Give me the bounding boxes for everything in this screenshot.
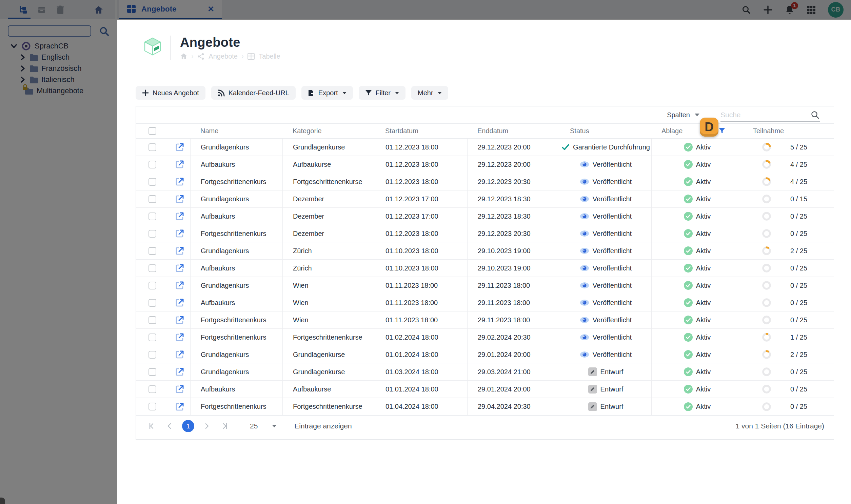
action-button-mehr[interactable]: Mehr bbox=[411, 86, 448, 100]
next-page-icon[interactable] bbox=[201, 420, 213, 432]
active-check-icon bbox=[686, 214, 691, 219]
open-record-icon[interactable] bbox=[175, 298, 184, 307]
row-checkbox[interactable] bbox=[148, 161, 156, 168]
active-badge bbox=[684, 402, 693, 411]
open-record-icon[interactable] bbox=[175, 350, 184, 359]
row-checkbox[interactable] bbox=[148, 351, 156, 359]
current-page-button[interactable]: 1 bbox=[182, 420, 194, 432]
participation-donut-icon bbox=[762, 194, 771, 204]
table-search-input[interactable] bbox=[721, 111, 805, 119]
chevron-right-icon[interactable] bbox=[20, 54, 26, 61]
row-checkbox[interactable] bbox=[148, 230, 156, 238]
tree-node-label[interactable]: Multiangebote bbox=[37, 86, 84, 95]
column-header-name[interactable]: Name bbox=[190, 124, 282, 138]
first-page-icon[interactable] bbox=[145, 420, 157, 432]
cell-teilnahme: 0 / 15 bbox=[743, 191, 834, 208]
search-icon[interactable] bbox=[811, 110, 819, 121]
open-record-icon[interactable] bbox=[175, 247, 184, 255]
open-record-icon[interactable] bbox=[175, 316, 184, 324]
open-record-icon[interactable] bbox=[175, 402, 184, 411]
open-record-icon[interactable] bbox=[175, 177, 184, 186]
home-icon[interactable] bbox=[180, 53, 188, 60]
open-record-icon[interactable] bbox=[175, 229, 184, 238]
tree-node-label[interactable]: SprachCB bbox=[35, 42, 69, 51]
action-button-label: Neues Angebot bbox=[153, 89, 199, 97]
sidebar-search-icon[interactable] bbox=[99, 26, 109, 38]
cell-status: Veröffentlicht bbox=[560, 259, 651, 276]
last-page-icon[interactable] bbox=[219, 420, 231, 432]
page-size-select[interactable]: 25 bbox=[250, 422, 277, 430]
avatar[interactable]: CB bbox=[828, 2, 844, 18]
tree-node-label[interactable]: Italienisch bbox=[41, 75, 75, 84]
status-label: Entwurf bbox=[600, 403, 623, 411]
chevron-right-icon[interactable] bbox=[20, 76, 26, 84]
column-header-teilnahme[interactable]: Teilnahme bbox=[743, 124, 834, 138]
add-icon[interactable] bbox=[763, 5, 773, 15]
row-checkbox[interactable] bbox=[148, 385, 156, 393]
chevron-right-icon[interactable] bbox=[20, 65, 26, 72]
action-button-kalender-feed-url[interactable]: Kalender-Feed-URL bbox=[211, 86, 296, 100]
row-checkbox[interactable] bbox=[148, 334, 156, 341]
home-icon[interactable] bbox=[93, 5, 104, 15]
filter-active-icon[interactable] bbox=[719, 127, 725, 134]
tree-node-label[interactable]: Englisch bbox=[41, 53, 70, 62]
participation-donut-icon bbox=[762, 281, 771, 290]
row-checkbox[interactable] bbox=[148, 264, 156, 272]
trash-icon[interactable] bbox=[55, 5, 66, 15]
row-checkbox[interactable] bbox=[148, 299, 156, 307]
tree-node-label[interactable]: Französisch bbox=[41, 64, 82, 73]
published-eye-icon bbox=[580, 195, 589, 203]
breadcrumb-item[interactable]: Angebote bbox=[209, 53, 238, 60]
column-header-enddatum[interactable]: Enddatum bbox=[467, 124, 560, 138]
tab-close-icon[interactable]: ✕ bbox=[208, 4, 214, 14]
select-all-checkbox[interactable] bbox=[148, 127, 156, 135]
chevron-down-icon[interactable] bbox=[10, 42, 18, 50]
global-search-icon[interactable] bbox=[741, 5, 751, 15]
row-checkbox[interactable] bbox=[148, 247, 156, 255]
open-record-icon[interactable] bbox=[175, 333, 184, 342]
tab-angebote[interactable]: Angebote ✕ bbox=[119, 0, 222, 19]
notifications-bell-icon[interactable]: 1 bbox=[784, 5, 795, 15]
tree-node-italienisch[interactable]: Italienisch bbox=[0, 74, 117, 85]
action-button-export[interactable]: Export bbox=[301, 86, 353, 100]
open-record-icon[interactable] bbox=[175, 212, 184, 221]
apps-grid-icon[interactable] bbox=[806, 5, 816, 15]
open-record-icon[interactable] bbox=[175, 143, 184, 151]
open-record-icon[interactable] bbox=[175, 367, 184, 376]
archive-icon[interactable] bbox=[37, 5, 47, 15]
column-header-status[interactable]: Status bbox=[560, 124, 651, 138]
open-record-icon[interactable] bbox=[175, 385, 184, 394]
tree-view-icon[interactable] bbox=[18, 5, 28, 15]
share-nodes-icon bbox=[197, 53, 205, 60]
tree-node-englisch[interactable]: Englisch bbox=[0, 52, 117, 63]
tree-node-multiangebote[interactable]: Multiangebote bbox=[0, 85, 117, 96]
participation-donut-icon bbox=[762, 298, 771, 307]
tree-node-französisch[interactable]: Französisch bbox=[0, 63, 117, 74]
column-header-ablage[interactable]: Ablage bbox=[651, 124, 743, 138]
open-record-icon[interactable] bbox=[175, 160, 184, 169]
open-record-icon[interactable] bbox=[175, 264, 184, 272]
tree-node-root[interactable]: SprachCB bbox=[0, 40, 117, 52]
action-button-neues-angebot[interactable]: Neues Angebot bbox=[136, 86, 206, 100]
table-row: GrundlagenkursGrundlagenkurse01.01.2024 … bbox=[136, 346, 834, 363]
open-record-icon[interactable] bbox=[175, 281, 184, 290]
row-checkbox[interactable] bbox=[148, 403, 156, 411]
columns-dropdown[interactable]: Spalten bbox=[667, 111, 699, 119]
row-checkbox[interactable] bbox=[148, 213, 156, 220]
row-checkbox[interactable] bbox=[148, 282, 156, 289]
column-header-kategorie[interactable]: Kategorie bbox=[282, 124, 375, 138]
column-header-startdatum[interactable]: Startdatum bbox=[375, 124, 467, 138]
prev-page-icon[interactable] bbox=[164, 420, 175, 432]
sidebar-search-input[interactable] bbox=[8, 25, 91, 37]
row-checkbox[interactable] bbox=[148, 316, 156, 324]
row-checkbox[interactable] bbox=[148, 143, 156, 151]
open-record-icon[interactable] bbox=[175, 195, 184, 203]
cell-teilnahme: 2 / 25 bbox=[743, 242, 834, 259]
cell-status: Veröffentlicht bbox=[560, 191, 651, 208]
row-checkbox[interactable] bbox=[148, 368, 156, 376]
row-checkbox[interactable] bbox=[148, 178, 156, 186]
ablage-label: Aktiv bbox=[696, 316, 711, 324]
row-checkbox[interactable] bbox=[148, 195, 156, 203]
action-button-filter[interactable]: Filter bbox=[359, 86, 406, 100]
participation-donut-icon bbox=[762, 246, 771, 255]
